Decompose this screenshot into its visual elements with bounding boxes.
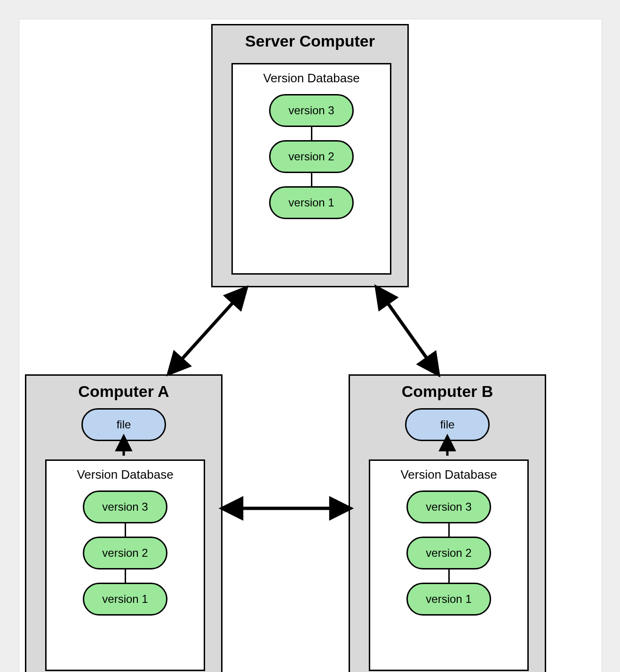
server-version-3: version 3 [269, 94, 354, 127]
computer-b-file: file [405, 408, 490, 441]
computer-b-db-title: Version Database [370, 461, 527, 490]
computer-a-version-3: version 3 [83, 490, 167, 523]
computer-b-version-3: version 3 [406, 490, 491, 523]
connector [448, 569, 450, 583]
connector [448, 523, 450, 537]
arrow-server-to-b [382, 294, 433, 367]
arrow-server-to-a [175, 294, 240, 367]
computer-b-box: Computer B file Version Database version… [349, 374, 546, 672]
computer-a-file: file [81, 408, 166, 441]
server-version-stack: version 3 version 2 version 1 [233, 94, 390, 219]
connector [311, 173, 312, 186]
computer-a-version-2: version 2 [83, 537, 167, 569]
connector [125, 523, 126, 537]
computer-b-title: Computer B [350, 376, 545, 405]
server-title: Server Computer [213, 25, 407, 55]
computer-b-version-stack: version 3 version 2 version 1 [370, 490, 527, 616]
computer-b-version-database: Version Database version 3 version 2 ver… [369, 459, 529, 671]
server-db-title: Version Database [233, 64, 390, 94]
computer-a-version-stack: version 3 version 2 version 1 [47, 490, 204, 616]
server-version-2: version 2 [269, 140, 354, 173]
server-version-database: Version Database version 3 version 2 ver… [231, 63, 391, 275]
server-computer-box: Server Computer Version Database version… [211, 24, 409, 287]
computer-a-db-title: Version Database [47, 461, 204, 490]
computer-b-version-2: version 2 [406, 537, 491, 569]
connector [311, 127, 312, 140]
computer-a-version-1: version 1 [83, 583, 167, 616]
connector [125, 569, 126, 583]
computer-a-title: Computer A [26, 376, 221, 405]
computer-a-box: Computer A file Version Database version… [25, 374, 223, 672]
computer-b-version-1: version 1 [406, 583, 491, 616]
diagram-canvas: Server Computer Version Database version… [19, 19, 602, 672]
computer-a-version-database: Version Database version 3 version 2 ver… [45, 459, 205, 671]
server-version-1: version 1 [269, 186, 354, 219]
